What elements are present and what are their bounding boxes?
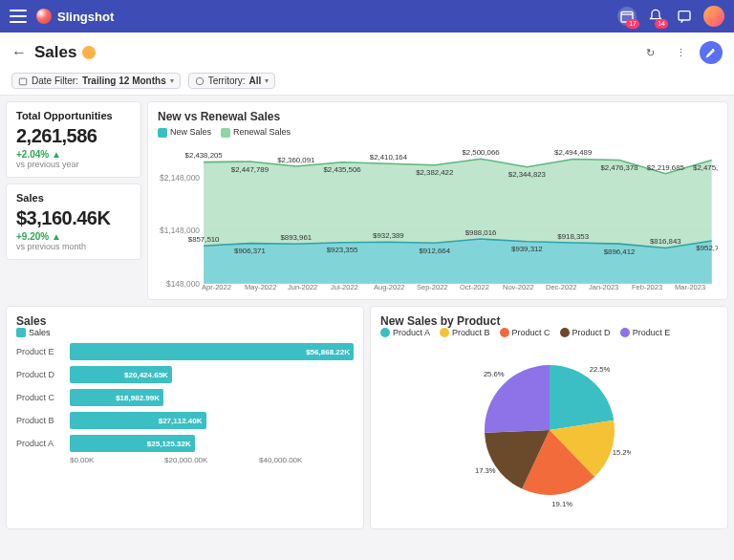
page-header: ← Sales ↻ ⋮ Date Filter: Trailing 12 Mon… (0, 32, 734, 96)
page-title: Sales (34, 43, 96, 62)
pie-legend: Product AProduct BProduct CProduct DProd… (380, 328, 718, 338)
svg-text:19.1%: 19.1% (551, 500, 572, 508)
bar-row: Product B $27,112.40K (16, 412, 354, 429)
svg-text:22.5%: 22.5% (589, 365, 610, 374)
svg-text:25.6%: 25.6% (483, 370, 504, 378)
svg-point-3 (196, 77, 204, 85)
refresh-button[interactable]: ↻ (638, 41, 661, 64)
back-button[interactable]: ← (11, 44, 27, 61)
bell-badge: 14 (655, 19, 668, 29)
svg-text:15.2%: 15.2% (612, 448, 630, 457)
bar-row: Product C $18,982.99K (16, 389, 354, 406)
date-filter[interactable]: Date Filter: Trailing 12 Months ▾ (11, 73, 181, 89)
brand: Slingshot (36, 9, 114, 24)
bar-row: Product D $20,424.65K (16, 366, 354, 383)
area-chart[interactable]: $2,148,000$1,148,000$148,000$2,438,205$2… (158, 140, 718, 283)
pie-chart[interactable]: 22.5%15.2%19.1%17.3%25.6% (380, 339, 718, 521)
area-chart-card: New vs Renewal Sales New Sales Renewal S… (147, 101, 728, 300)
filter-bar: Date Filter: Trailing 12 Months ▾ Territ… (11, 67, 723, 95)
svg-rect-1 (679, 11, 690, 20)
area-legend: New Sales Renewal Sales (158, 127, 718, 138)
topbar-actions: 17 14 (617, 6, 724, 27)
calendar-icon[interactable]: 17 (617, 7, 637, 26)
hbar-chart[interactable]: Product E $56,868.22K Product D $20,424.… (16, 343, 354, 452)
territory-filter[interactable]: Territory: All ▾ (188, 73, 276, 89)
ribbon-icon (82, 46, 96, 59)
bar-row: Product E $56,868.22K (16, 343, 354, 360)
hamburger-icon[interactable] (10, 10, 27, 23)
edit-button[interactable] (700, 41, 723, 64)
pie-card: New Sales by Product Product AProduct BP… (370, 306, 728, 530)
calendar-badge: 17 (626, 19, 639, 29)
bell-icon[interactable]: 14 (646, 7, 665, 26)
chat-icon[interactable] (675, 7, 694, 26)
kpi-sales: Sales $3,160.46K +9.20% ▲ vs previous mo… (6, 183, 141, 260)
avatar[interactable] (703, 6, 724, 27)
svg-text:17.3%: 17.3% (474, 466, 495, 475)
brand-name: Slingshot (57, 10, 114, 24)
bar-row: Product A $25,125.32K (16, 435, 354, 452)
chevron-down-icon: ▾ (170, 76, 174, 85)
kpi-opportunities: Total Opportunities 2,261,586 +2.04% ▲ v… (6, 101, 141, 178)
more-button[interactable]: ⋮ (669, 41, 692, 64)
topbar: Slingshot 17 14 (0, 0, 734, 32)
hbar-card: Sales Sales Product E $56,868.22K Produc… (6, 306, 364, 530)
chevron-down-icon: ▾ (265, 76, 269, 85)
logo-icon (36, 9, 52, 24)
svg-rect-2 (19, 78, 27, 85)
